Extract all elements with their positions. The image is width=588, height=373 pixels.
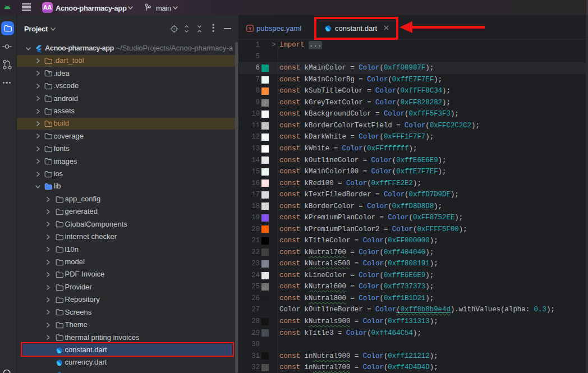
svg-text:Y: Y [249, 26, 252, 31]
svg-text:*: * [48, 72, 50, 77]
svg-text:*: * [48, 122, 50, 127]
